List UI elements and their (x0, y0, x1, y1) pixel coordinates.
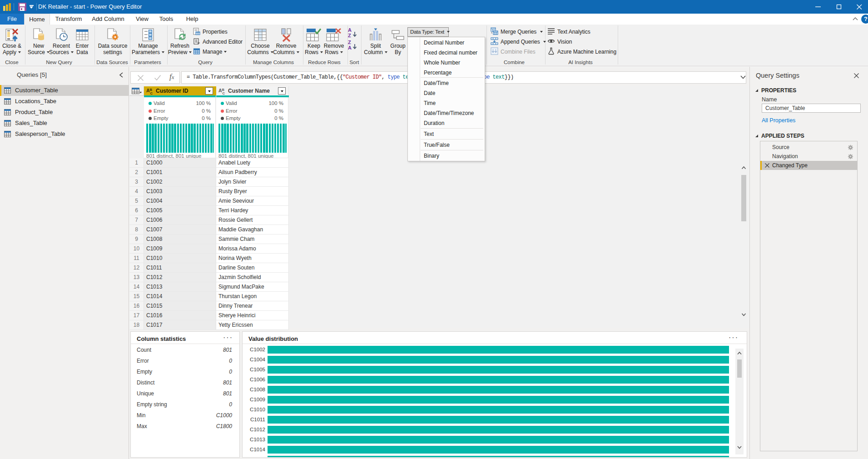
svg-text:A: A (348, 27, 352, 33)
svg-text:A: A (348, 45, 352, 50)
svg-text:Z: Z (348, 40, 351, 45)
svg-text:Z: Z (348, 33, 351, 38)
svg-text:C: C (150, 91, 153, 95)
svg-text:C: C (223, 91, 225, 95)
